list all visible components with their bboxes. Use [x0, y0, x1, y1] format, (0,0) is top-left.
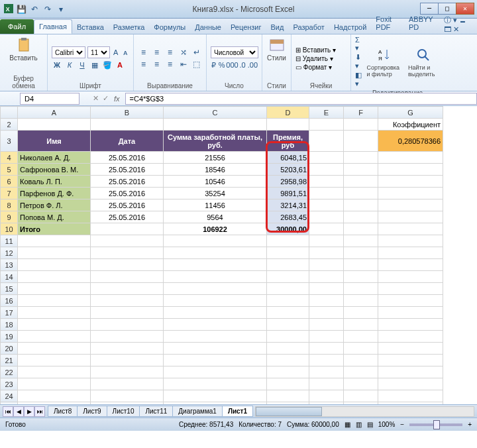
maximize-button[interactable]: □ — [438, 3, 456, 15]
th-date[interactable]: Дата — [91, 131, 164, 152]
row-header[interactable]: 3 — [1, 131, 18, 152]
align-center-icon[interactable]: ≡ — [151, 59, 162, 70]
row-header[interactable]: 9 — [1, 211, 18, 223]
cell-coef-value[interactable]: 0,280578366 — [378, 131, 443, 152]
fx-icon[interactable]: fx — [114, 95, 120, 103]
view-normal-icon[interactable]: ▦ — [344, 421, 350, 428]
sheet-tab[interactable]: Лист10 — [107, 406, 140, 417]
qat-dropdown-icon[interactable]: ▾ — [56, 4, 66, 15]
worksheet-area[interactable]: A B C D E F G 2Коэффициент 3 Имя Дата Су… — [0, 106, 477, 404]
align-right-icon[interactable]: ≡ — [164, 59, 176, 70]
name-box[interactable]: D4 — [20, 93, 80, 105]
help-icon[interactable]: ⓘ ▾ 🗕 🗖 ✕ — [440, 15, 477, 34]
wrap-icon[interactable]: ↵ — [191, 47, 202, 58]
sheet-tab-active[interactable]: Лист1 — [222, 406, 253, 417]
percent-icon[interactable]: % — [219, 60, 225, 70]
row-header[interactable]: 5 — [1, 164, 18, 176]
sheet-nav-prev-icon[interactable]: ◀ — [13, 406, 24, 417]
bold-icon[interactable]: Ж — [52, 60, 62, 70]
row-header[interactable]: 6 — [1, 176, 18, 188]
align-bot-icon[interactable]: ≡ — [164, 47, 176, 58]
sort-button[interactable]: АЯСортировка и фильтр — [366, 46, 405, 79]
cancel-formula-icon[interactable]: ✕ — [93, 94, 99, 103]
tab-abbyy[interactable]: ABBYY PD — [404, 13, 440, 34]
format-cells-button[interactable]: ▭ Формат ▾ — [295, 64, 346, 71]
border-icon[interactable]: ▦ — [89, 60, 100, 70]
sheet-tab[interactable]: Лист9 — [77, 406, 107, 417]
zoom-out-icon[interactable]: − — [400, 421, 404, 428]
autosum-icon[interactable]: Σ ▾ — [355, 36, 363, 52]
sheet-tab[interactable]: Лист8 — [48, 406, 78, 417]
clear-icon[interactable]: ◧ ▾ — [355, 71, 363, 88]
sheet-nav-next-icon[interactable]: ▶ — [24, 406, 34, 417]
select-all-corner[interactable] — [1, 107, 18, 119]
accept-formula-icon[interactable]: ✓ — [103, 94, 109, 103]
undo-icon[interactable]: ↶ — [29, 4, 40, 15]
col-header-A[interactable]: A — [18, 107, 91, 119]
row-header[interactable]: 8 — [1, 199, 18, 211]
row-header[interactable]: 7 — [1, 188, 18, 199]
orient-icon[interactable]: ⤭ — [178, 47, 189, 58]
align-mid-icon[interactable]: ≡ — [151, 47, 162, 58]
underline-icon[interactable]: Ч — [77, 60, 87, 70]
number-format-select[interactable]: Числовой — [211, 46, 258, 58]
th-bonus[interactable]: Премия, руб — [267, 131, 309, 152]
delete-cells-button[interactable]: ⊟ Удалить ▾ — [295, 55, 346, 62]
font-size-select[interactable]: 11 — [87, 46, 110, 58]
view-layout-icon[interactable]: ▥ — [356, 421, 362, 428]
font-name-select[interactable]: Calibri — [52, 46, 85, 58]
styles-button[interactable]: Стили — [266, 36, 287, 63]
sheet-nav-last-icon[interactable]: ⏭ — [34, 406, 45, 417]
find-button[interactable]: Найти и выделить — [407, 46, 440, 79]
paste-button[interactable]: Вставить — [4, 36, 43, 63]
comma-icon[interactable]: 000 — [227, 60, 238, 70]
close-button[interactable]: ✕ — [456, 3, 474, 15]
tab-view[interactable]: Вид — [266, 21, 289, 34]
sheet-tab[interactable]: Лист11 — [139, 406, 173, 417]
totals-label[interactable]: Итого — [18, 223, 91, 235]
col-header-E[interactable]: E — [309, 107, 344, 119]
sheet-tab[interactable]: Диаграмма1 — [172, 406, 223, 417]
indent-dec-icon[interactable]: ⇤ — [178, 59, 189, 70]
row-header[interactable]: 10 — [1, 223, 18, 235]
th-salary[interactable]: Сумма заработной платы, руб. — [164, 131, 267, 152]
fill-color-icon[interactable]: 🪣 — [102, 60, 113, 70]
col-header-G[interactable]: G — [378, 107, 443, 119]
col-header-B[interactable]: B — [91, 107, 164, 119]
italic-icon[interactable]: К — [64, 60, 75, 70]
tab-layout[interactable]: Разметка — [109, 21, 150, 34]
shrink-font-icon[interactable]: ᴀ — [122, 47, 130, 58]
tab-foxit[interactable]: Foxit PDF — [371, 13, 404, 34]
zoom-slider[interactable] — [409, 423, 462, 426]
tab-formulas[interactable]: Формулы — [149, 21, 190, 34]
fill-icon[interactable]: ⬇ ▾ — [355, 53, 363, 70]
formula-bar[interactable]: =C4*$G$3 — [125, 93, 477, 105]
inc-dec-icon[interactable]: .0 — [240, 60, 246, 70]
font-color-icon[interactable]: A — [115, 60, 125, 70]
tab-home[interactable]: Главная — [34, 19, 72, 34]
zoom-in-icon[interactable]: + — [468, 421, 472, 428]
cell-coef-label[interactable]: Коэффициент — [378, 119, 443, 131]
view-break-icon[interactable]: ▤ — [367, 421, 373, 428]
grow-font-icon[interactable]: A — [112, 47, 120, 58]
col-header-F[interactable]: F — [344, 107, 378, 119]
currency-icon[interactable]: ₽ — [211, 60, 217, 70]
tab-review[interactable]: Рецензиг — [226, 21, 266, 34]
th-name[interactable]: Имя — [18, 131, 91, 152]
align-top-icon[interactable]: ≡ — [138, 47, 149, 58]
align-left-icon[interactable]: ≡ — [138, 59, 149, 70]
row-header[interactable]: 2 — [1, 119, 18, 131]
col-header-C[interactable]: C — [164, 107, 267, 119]
zoom-level[interactable]: 100% — [378, 421, 396, 428]
redo-icon[interactable]: ↷ — [42, 4, 53, 15]
save-icon[interactable]: 💾 — [16, 4, 26, 15]
tab-data[interactable]: Данные — [190, 21, 226, 34]
horizontal-scrollbar[interactable] — [255, 406, 474, 417]
tab-addins[interactable]: Надстрой — [329, 21, 371, 34]
row-header[interactable]: 4 — [1, 152, 18, 164]
worksheet-grid[interactable]: A B C D E F G 2Коэффициент 3 Имя Дата Су… — [0, 106, 443, 404]
file-tab[interactable]: Файл — [0, 19, 34, 34]
merge-icon[interactable]: ⬚ — [191, 59, 202, 70]
tab-developer[interactable]: Разработ — [288, 21, 329, 34]
insert-cells-button[interactable]: ⊞ Вставить ▾ — [295, 46, 346, 54]
